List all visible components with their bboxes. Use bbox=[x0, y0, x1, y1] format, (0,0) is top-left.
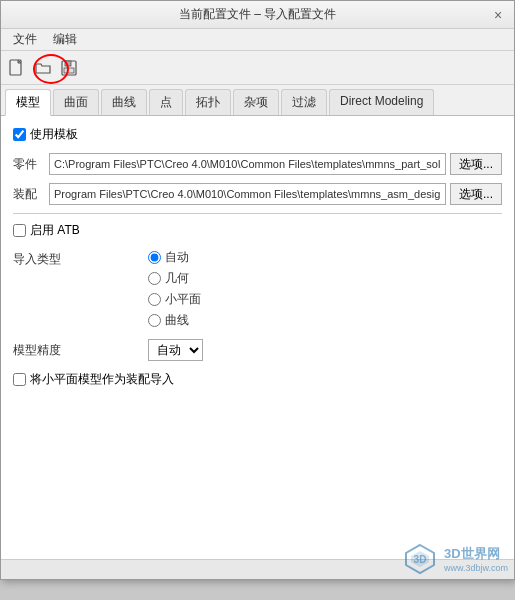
window-title: 当前配置文件 – 导入配置文件 bbox=[25, 6, 490, 23]
enable-atb-checkbox[interactable] bbox=[13, 224, 26, 237]
radio-curve-label[interactable]: 曲线 bbox=[165, 312, 189, 329]
menu-edit[interactable]: 编辑 bbox=[45, 29, 85, 50]
new-button[interactable] bbox=[5, 56, 29, 80]
save-button[interactable] bbox=[57, 56, 81, 80]
menu-file[interactable]: 文件 bbox=[5, 29, 45, 50]
part-row: 零件 选项... bbox=[13, 153, 502, 175]
use-template-checkbox[interactable] bbox=[13, 128, 26, 141]
radio-facet-label[interactable]: 小平面 bbox=[165, 291, 201, 308]
part-browse-button[interactable]: 选项... bbox=[450, 153, 502, 175]
import-type-radio-group: 自动 几何 小平面 曲线 bbox=[148, 249, 201, 329]
open-icon bbox=[34, 59, 52, 77]
radio-facet[interactable] bbox=[148, 293, 161, 306]
tab-surface[interactable]: 曲面 bbox=[53, 89, 99, 115]
svg-rect-3 bbox=[64, 68, 74, 73]
title-bar: 当前配置文件 – 导入配置文件 × bbox=[1, 1, 514, 29]
new-icon bbox=[8, 59, 26, 77]
tab-misc[interactable]: 杂项 bbox=[233, 89, 279, 115]
main-window: 当前配置文件 – 导入配置文件 × 文件 编辑 bbox=[0, 0, 515, 580]
radio-auto-row: 自动 bbox=[148, 249, 201, 266]
use-template-row: 使用模板 bbox=[13, 126, 502, 143]
small-facet-checkbox[interactable] bbox=[13, 373, 26, 386]
tab-curve[interactable]: 曲线 bbox=[101, 89, 147, 115]
open-button[interactable] bbox=[31, 56, 55, 80]
model-precision-label: 模型精度 bbox=[13, 342, 68, 359]
svg-text:3D: 3D bbox=[414, 554, 427, 565]
small-facet-row: 将小平面模型作为装配导入 bbox=[13, 371, 502, 388]
asm-input[interactable] bbox=[49, 183, 446, 205]
tab-topology[interactable]: 拓扑 bbox=[185, 89, 231, 115]
radio-facet-row: 小平面 bbox=[148, 291, 201, 308]
import-type-row: 导入类型 自动 几何 小平面 曲线 bbox=[13, 249, 502, 329]
menu-bar: 文件 编辑 bbox=[1, 29, 514, 51]
divider1 bbox=[13, 213, 502, 214]
small-facet-label[interactable]: 将小平面模型作为装配导入 bbox=[30, 371, 174, 388]
svg-rect-2 bbox=[65, 61, 71, 66]
radio-geo-row: 几何 bbox=[148, 270, 201, 287]
close-button[interactable]: × bbox=[490, 7, 506, 23]
toolbar bbox=[1, 51, 514, 85]
asm-label: 装配 bbox=[13, 186, 45, 203]
radio-auto[interactable] bbox=[148, 251, 161, 264]
enable-atb-row: 启用 ATB bbox=[13, 222, 502, 239]
enable-atb-label[interactable]: 启用 ATB bbox=[30, 222, 80, 239]
radio-geo[interactable] bbox=[148, 272, 161, 285]
asm-row: 装配 选项... bbox=[13, 183, 502, 205]
asm-browse-button[interactable]: 选项... bbox=[450, 183, 502, 205]
precision-select[interactable]: 自动 低 中 高 bbox=[148, 339, 203, 361]
model-precision-row: 模型精度 自动 低 中 高 bbox=[13, 339, 502, 361]
radio-curve[interactable] bbox=[148, 314, 161, 327]
tab-bar: 模型 曲面 曲线 点 拓扑 杂项 过滤 Direct Modeling bbox=[1, 85, 514, 116]
save-icon bbox=[60, 59, 78, 77]
tab-point[interactable]: 点 bbox=[149, 89, 183, 115]
watermark-site: 3D世界网 bbox=[444, 545, 508, 563]
tab-model[interactable]: 模型 bbox=[5, 89, 51, 116]
import-type-label: 导入类型 bbox=[13, 249, 68, 268]
radio-curve-row: 曲线 bbox=[148, 312, 201, 329]
radio-auto-label[interactable]: 自动 bbox=[165, 249, 189, 266]
radio-geo-label[interactable]: 几何 bbox=[165, 270, 189, 287]
tab-direct-modeling[interactable]: Direct Modeling bbox=[329, 89, 434, 115]
content-area: 使用模板 零件 选项... 装配 选项... 启用 ATB 导入类型 自 bbox=[1, 116, 514, 559]
tab-filter[interactable]: 过滤 bbox=[281, 89, 327, 115]
watermark-logo: 3D bbox=[402, 541, 438, 577]
watermark-url: www.3dbjw.com bbox=[444, 563, 508, 573]
watermark-text: 3D世界网 www.3dbjw.com bbox=[444, 545, 508, 573]
part-input[interactable] bbox=[49, 153, 446, 175]
part-label: 零件 bbox=[13, 156, 45, 173]
use-template-label[interactable]: 使用模板 bbox=[30, 126, 78, 143]
bottom-bar: 3D 3D世界网 www.3dbjw.com bbox=[1, 559, 514, 579]
